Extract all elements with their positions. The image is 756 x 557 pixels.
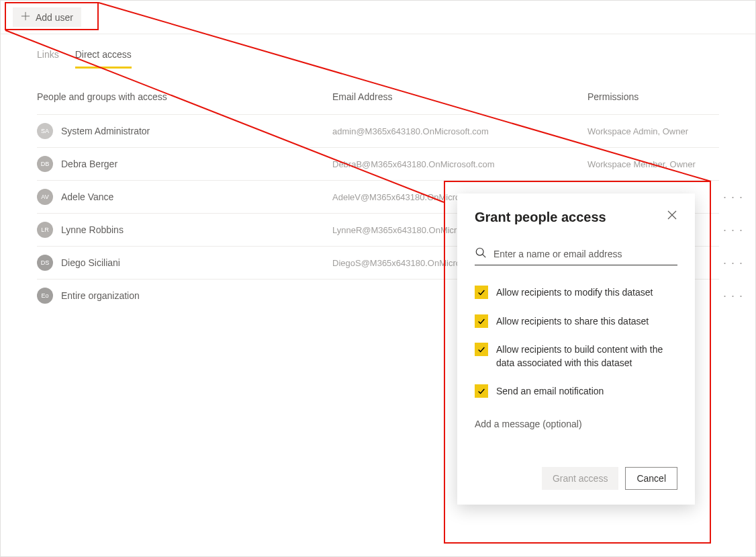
column-email: Email Address [332,91,587,102]
name-cell: EoEntire organization [37,288,332,304]
user-name: Adele Vance [61,191,113,202]
checkbox-row: Allow recipients to modify this dataset [475,286,677,300]
checkbox-label: Allow recipients to share this dataset [496,314,649,329]
checkbox[interactable] [475,314,488,328]
message-input[interactable] [475,419,677,429]
checkbox-label: Allow recipients to modify this dataset [496,286,653,300]
email-cell: admin@M365x643180.OnMicrosoft.com [332,126,587,136]
checkbox-row: Send an email notification [475,384,677,398]
table-row: DBDebra BergerDebraB@M365x643180.OnMicro… [37,147,719,180]
checkbox[interactable] [475,343,488,356]
user-name: Lynne Robbins [61,224,124,235]
search-input[interactable] [493,249,677,259]
svg-point-4 [476,248,483,255]
name-cell: SASystem Administrator [37,123,332,139]
permission-cell: Workspace Admin, Owner [587,126,719,136]
tabs: Links Direct access [1,34,755,69]
table-row: SASystem Administratoradmin@M365x643180.… [37,114,719,147]
name-cell: DSDiego Siciliani [37,255,332,271]
column-name: People and groups with access [37,91,332,102]
avatar: AV [37,189,53,205]
plus-icon [21,11,30,23]
checkbox-row: Allow recipients to build content with t… [475,343,677,370]
checkbox[interactable] [475,384,488,398]
add-user-label: Add user [36,12,73,23]
table-header: People and groups with access Email Addr… [37,82,719,114]
more-icon[interactable]: · · · [723,289,743,303]
search-row [475,247,677,265]
grant-access-dialog: Grant people access Allow recipients to … [457,194,695,505]
checkbox-row: Allow recipients to share this dataset [475,314,677,329]
svg-line-5 [483,255,486,258]
tab-direct-access[interactable]: Direct access [75,49,132,69]
name-cell: LRLynne Robbins [37,222,332,238]
avatar: LR [37,222,53,238]
name-cell: DBDebra Berger [37,156,332,172]
dialog-title: Grant people access [475,210,606,225]
checkbox[interactable] [475,286,488,299]
checkbox-label: Allow recipients to build content with t… [496,343,677,370]
grant-access-button[interactable]: Grant access [542,467,618,490]
user-name: Entire organization [61,290,140,301]
more-icon[interactable]: · · · [723,190,743,204]
user-name: Diego Siciliani [61,257,120,268]
user-name: System Administrator [61,126,150,136]
add-user-button[interactable]: Add user [13,7,81,27]
user-name: Debra Berger [61,159,117,169]
name-cell: AVAdele Vance [37,189,332,205]
checkbox-label: Send an email notification [496,384,604,398]
avatar: DB [37,156,53,172]
avatar: DS [37,255,53,271]
close-icon[interactable] [667,210,677,222]
cancel-button[interactable]: Cancel [625,467,677,490]
avatar: SA [37,123,53,139]
more-icon[interactable]: · · · [723,223,743,237]
column-permissions: Permissions [587,91,719,102]
more-icon[interactable]: · · · [723,256,743,270]
search-icon [475,247,487,261]
avatar: Eo [37,288,53,304]
permission-cell: Workspace Member, Owner [587,159,719,169]
tab-links[interactable]: Links [37,49,59,69]
email-cell: DebraB@M365x643180.OnMicrosoft.com [332,159,587,169]
